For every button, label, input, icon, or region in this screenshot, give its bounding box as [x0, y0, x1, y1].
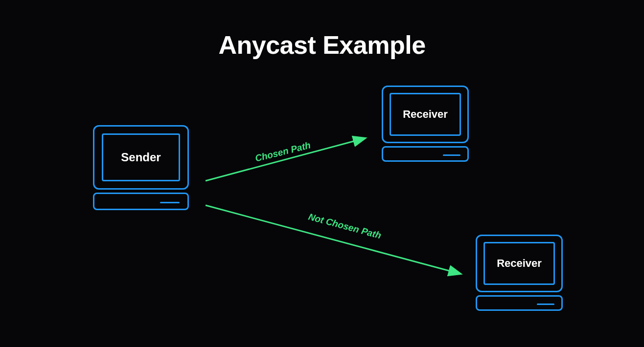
sender-computer-icon: Sender [93, 125, 189, 210]
receiver1-computer-icon: Receiver [382, 86, 469, 162]
not-chosen-path-arrow [206, 205, 460, 274]
chosen-path-label: Chosen Path [254, 140, 312, 164]
diagram-title: Anycast Example [218, 30, 425, 60]
receiver2-computer-icon: Receiver [476, 235, 563, 311]
sender-label: Sender [121, 151, 161, 164]
receiver1-label: Receiver [403, 108, 448, 121]
not-chosen-path-label: Not Chosen Path [307, 212, 383, 241]
chosen-path-arrow [206, 138, 365, 181]
receiver2-label: Receiver [497, 257, 542, 270]
